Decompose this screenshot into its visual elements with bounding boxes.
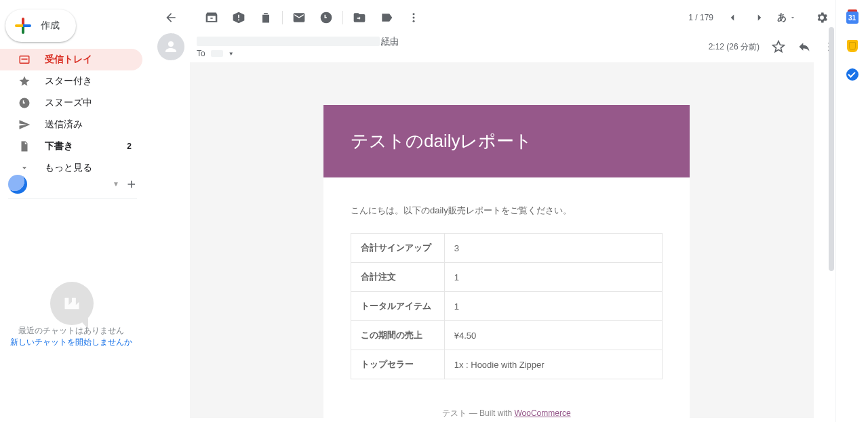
next-button[interactable] bbox=[746, 4, 773, 31]
table-row: トータルアイテム1 bbox=[351, 292, 663, 321]
archive-button[interactable] bbox=[198, 4, 225, 31]
report-key: この期間の売上 bbox=[351, 321, 445, 350]
hangouts-start-link[interactable]: 新しいチャットを開始しませんか bbox=[0, 337, 142, 348]
sidebar-item-starred[interactable]: スター付き bbox=[0, 70, 142, 92]
message-body: テストのdailyレポート こんにちは。以下のdaily販売レポートをご覧くださ… bbox=[190, 62, 814, 418]
spam-button[interactable] bbox=[225, 4, 252, 31]
compose-button[interactable]: 作成 bbox=[5, 9, 76, 42]
report-key: トータルアイテム bbox=[351, 292, 445, 321]
to-label: To bbox=[197, 49, 205, 58]
reply-button[interactable] bbox=[797, 40, 811, 54]
send-icon bbox=[18, 119, 31, 131]
report-value: 1x : Hoodie with Zipper bbox=[444, 350, 662, 379]
prev-button[interactable] bbox=[719, 4, 746, 31]
sidebar-label: スヌーズ中 bbox=[45, 97, 92, 109]
ime-label: あ bbox=[777, 12, 787, 24]
sidebar-item-sent[interactable]: 送信済み bbox=[0, 114, 142, 135]
scrollbar-thumb[interactable] bbox=[829, 27, 834, 271]
message-counter: 1 / 179 bbox=[688, 13, 713, 22]
separator bbox=[342, 11, 343, 24]
move-button[interactable] bbox=[346, 4, 373, 31]
side-panel: 31 bbox=[835, 0, 868, 422]
report-value: ¥4.50 bbox=[444, 321, 662, 350]
back-button[interactable] bbox=[157, 4, 184, 31]
tasks-addon[interactable] bbox=[846, 68, 859, 81]
via-label: 経由 bbox=[381, 35, 399, 47]
sidebar-item-snoozed[interactable]: スヌーズ中 bbox=[0, 92, 142, 114]
woocommerce-link[interactable]: WooCommerce bbox=[514, 408, 570, 418]
label-button[interactable] bbox=[373, 4, 400, 31]
calendar-icon: 31 bbox=[846, 12, 859, 24]
svg-point-2 bbox=[413, 20, 415, 22]
report-value: 1 bbox=[444, 263, 662, 292]
report-value: 1 bbox=[444, 292, 662, 321]
email-footer: テスト — Built with WooCommerce bbox=[323, 393, 690, 422]
clock-icon bbox=[18, 97, 31, 109]
drafts-count: 2 bbox=[127, 142, 132, 151]
sidebar-item-drafts[interactable]: 下書き 2 bbox=[0, 135, 142, 157]
svg-point-0 bbox=[413, 13, 415, 15]
delete-button[interactable] bbox=[252, 4, 279, 31]
message-header: 経由 To ▼ 2:12 (26 分前) bbox=[157, 33, 835, 61]
keep-addon[interactable] bbox=[846, 39, 859, 53]
sender-line: 経由 bbox=[197, 35, 709, 47]
plus-icon bbox=[14, 16, 33, 35]
keep-icon bbox=[847, 40, 858, 52]
svg-point-1 bbox=[413, 17, 415, 19]
to-redacted bbox=[211, 50, 223, 57]
sidebar-label: 下書き bbox=[45, 140, 73, 152]
hangouts-empty-line: 最近のチャットはありません bbox=[0, 325, 142, 337]
hangouts-user-row[interactable]: ▼ bbox=[8, 172, 137, 199]
chevron-down-icon: ▼ bbox=[229, 51, 234, 57]
chevron-down-icon bbox=[789, 14, 796, 21]
more-button[interactable] bbox=[400, 4, 427, 31]
email-card: テストのdailyレポート こんにちは。以下のdaily販売レポートをご覧くださ… bbox=[323, 105, 690, 422]
to-line[interactable]: To ▼ bbox=[197, 49, 709, 58]
chevron-down-icon: ▼ bbox=[113, 180, 119, 188]
report-key: トップセラー bbox=[351, 350, 445, 379]
sender-redacted bbox=[197, 37, 380, 46]
table-row: この期間の売上¥4.50 bbox=[351, 321, 663, 350]
table-row: トップセラー1x : Hoodie with Zipper bbox=[351, 350, 663, 379]
sidebar-label: 送信済み bbox=[45, 119, 83, 131]
ime-button[interactable]: あ bbox=[773, 12, 800, 24]
message-time: 2:12 (26 分前) bbox=[709, 41, 760, 53]
hangouts-icon bbox=[50, 282, 94, 325]
mail-toolbar: 1 / 179 あ bbox=[157, 4, 835, 31]
inbox-icon bbox=[18, 54, 31, 66]
scrollbar[interactable] bbox=[827, 0, 835, 422]
calendar-addon[interactable]: 31 bbox=[846, 11, 859, 24]
sidebar-label: スター付き bbox=[45, 75, 92, 87]
star-button[interactable] bbox=[772, 40, 785, 54]
sidebar-label: 受信トレイ bbox=[45, 54, 92, 66]
sidebar-item-inbox[interactable]: 受信トレイ bbox=[0, 49, 142, 70]
chevron-down-icon bbox=[18, 163, 31, 173]
star-icon bbox=[18, 75, 31, 87]
tasks-icon bbox=[846, 68, 859, 81]
avatar-icon bbox=[8, 175, 27, 194]
sidebar-nav: 受信トレイ スター付き スヌーズ中 送信済み 下書き 2 もっと見る bbox=[0, 49, 142, 179]
table-row: 合計サインアップ3 bbox=[351, 234, 663, 263]
file-icon bbox=[18, 140, 31, 152]
report-value: 3 bbox=[444, 234, 662, 263]
footer-text: テスト — Built with bbox=[442, 408, 514, 418]
table-row: 合計注文1 bbox=[351, 263, 663, 292]
hangouts-empty-text: 最近のチャットはありません 新しいチャットを開始しませんか bbox=[0, 325, 142, 348]
separator bbox=[282, 11, 283, 24]
snooze-button[interactable] bbox=[313, 4, 340, 31]
report-key: 合計注文 bbox=[351, 263, 445, 292]
report-key: 合計サインアップ bbox=[351, 234, 445, 263]
mark-unread-button[interactable] bbox=[285, 4, 313, 31]
email-title: テストのdailyレポート bbox=[323, 105, 690, 177]
compose-label: 作成 bbox=[41, 20, 60, 32]
sender-avatar bbox=[157, 33, 184, 60]
email-intro: こんにちは。以下のdaily販売レポートをご覧ください。 bbox=[351, 205, 663, 217]
add-person-icon[interactable] bbox=[125, 178, 137, 190]
report-table: 合計サインアップ3 合計注文1 トータルアイテム1 この期間の売上¥4.50 ト… bbox=[351, 233, 663, 379]
